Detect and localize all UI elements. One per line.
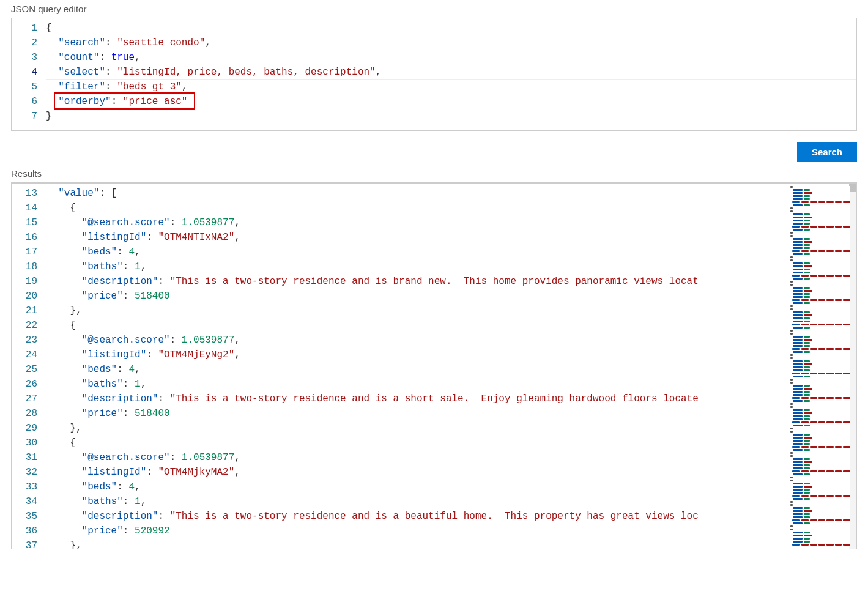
query-editor-body[interactable]: { "search": "seattle condo", "count": tr…: [46, 18, 856, 130]
search-button[interactable]: Search: [797, 142, 857, 162]
query-editor[interactable]: 1234567 { "search": "seattle condo", "co…: [11, 18, 857, 131]
results-editor[interactable]: 1314151617181920212223242526272829303132…: [11, 182, 857, 549]
annotation-highlight: [54, 92, 195, 110]
query-editor-label: JSON query editor: [11, 4, 857, 14]
results-editor-body[interactable]: "value": [ { "@search.score": 1.0539877,…: [46, 184, 856, 549]
results-label: Results: [11, 168, 857, 179]
minimap[interactable]: [787, 186, 850, 546]
query-editor-gutter: 1234567: [12, 18, 46, 130]
toolbar: Search: [11, 142, 857, 162]
results-editor-gutter: 1314151617181920212223242526272829303132…: [12, 184, 46, 549]
